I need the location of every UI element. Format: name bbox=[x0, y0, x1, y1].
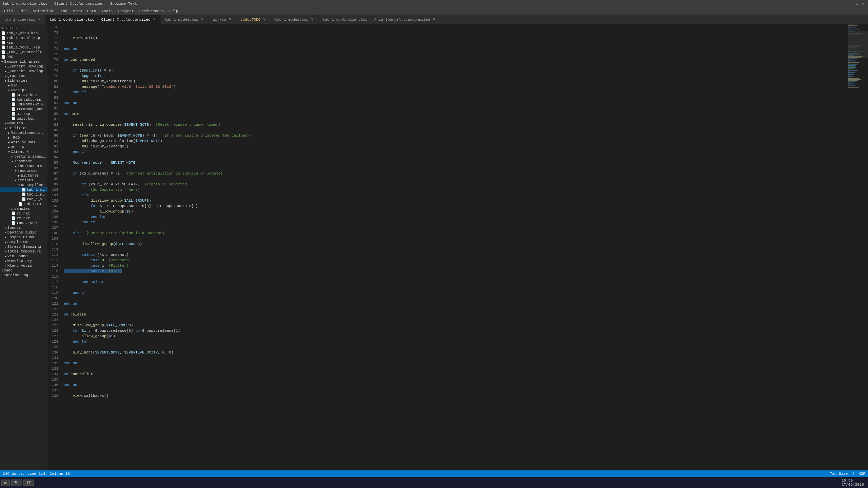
sidebar-item-testing[interactable]: testing_samples bbox=[0, 154, 47, 159]
menu-help[interactable]: Help bbox=[166, 8, 181, 14]
taskbar-search[interactable]: 🔍 bbox=[11, 480, 22, 486]
menu-file[interactable]: File bbox=[1, 8, 16, 14]
sidebar-item-tab1view[interactable]: 📄 tab_1_view.ksp bbox=[0, 31, 47, 36]
sidebar-item-captains[interactable]: Captains Log bbox=[0, 273, 47, 278]
sidebar-item-rcnkr[interactable]: 📄 rc.nkr bbox=[0, 216, 47, 221]
sidebar-item-wavefactory[interactable]: Wavefactory bbox=[0, 259, 47, 263]
tab-controller[interactable]: tab_1_controller.ksp — Client X...\uncom… bbox=[46, 15, 161, 24]
sidebar-item-drs[interactable]: 📄 DRS bbox=[0, 55, 47, 59]
tab-model[interactable]: tab_1_model.ksp × bbox=[161, 15, 209, 24]
sidebar-item-resources[interactable]: resources bbox=[0, 168, 47, 173]
sidebar-item-libraries[interactable]: libraries bbox=[0, 78, 47, 83]
tab-close-icon[interactable]: × bbox=[262, 17, 266, 22]
menu-selection[interactable]: Selection bbox=[30, 8, 56, 14]
taskbar-start[interactable]: ⊞ bbox=[1, 480, 10, 486]
folder-open-icon bbox=[8, 150, 10, 154]
tab-todo[interactable]: todo.TODO × bbox=[236, 15, 271, 24]
sidebar-item-jasper[interactable]: Jasper Blunk bbox=[0, 235, 47, 240]
tab-label: tab_1_view.ksp bbox=[4, 18, 35, 22]
sidebar-item-kscript[interactable]: Kscript bbox=[0, 88, 47, 93]
sidebar-item-tab1model[interactable]: 📄 tab_1_model.ksp bbox=[0, 36, 47, 40]
folder-icon bbox=[5, 245, 6, 249]
tab-model2[interactable]: tab_1_model.ksp × bbox=[271, 15, 319, 24]
sidebar-item-vin[interactable]: Vin Sound bbox=[0, 254, 47, 259]
menu-tools[interactable]: Tools bbox=[99, 8, 115, 14]
sidebar-item-strezo[interactable]: Strezo Sampling bbox=[0, 244, 47, 249]
menu-find[interactable]: Find bbox=[56, 8, 70, 14]
code-content[interactable]: view.init() end on on pgs_changed if ($p… bbox=[61, 24, 848, 470]
sidebar-item-modules[interactable]: Modules bbox=[0, 121, 47, 126]
sidebar-item-sound[interactable]: Sound bbox=[0, 268, 47, 273]
sidebar-item-samples[interactable]: samples bbox=[0, 206, 47, 211]
tab-ui[interactable]: ui.ksp × bbox=[209, 15, 236, 24]
tab-controller-aria[interactable]: tab_1_controller.ksp — Aria Sounds\...un… bbox=[319, 15, 440, 24]
maximize-button[interactable]: □ bbox=[854, 1, 859, 6]
tab-close-icon[interactable]: × bbox=[311, 17, 314, 22]
window-controls[interactable]: — □ ✕ bbox=[848, 1, 865, 6]
sidebar-item-tab1modelb[interactable]: 📄 tab_1_model.ksp bbox=[0, 45, 47, 50]
sidebar-item-unit[interactable]: 📄 unit.ksp bbox=[0, 116, 47, 121]
sidebar-item-rcnkc[interactable]: 📄 rc.nkc bbox=[0, 211, 47, 216]
folder-icon bbox=[15, 164, 17, 168]
sidebar-item-trombone[interactable]: Trombone bbox=[0, 159, 47, 164]
minimap-content bbox=[848, 24, 868, 470]
sidebar-item-kspmath[interactable]: 📄 KSPMath702.ksp bbox=[0, 102, 47, 107]
sidebar-item-kontakt1[interactable]: _Kontakt Development Framework v1.0 bbox=[0, 64, 47, 69]
taskbar-sublime[interactable]: ST bbox=[23, 480, 34, 486]
sidebar-item-misc[interactable]: Miscellaneous Scripts bbox=[0, 130, 47, 135]
sidebar-item-tab1ctrl-aria[interactable]: 📄 _tab_1_controller.ksp — Aria Sounds\..… bbox=[0, 50, 47, 55]
sidebar-item-trombone-ctrl[interactable]: 📄 trombone_control.ksp bbox=[0, 107, 47, 111]
tab-close-icon[interactable]: × bbox=[200, 17, 204, 22]
sidebar-item-ksp[interactable]: 📄 ksp bbox=[0, 40, 47, 45]
sidebar-item-aria[interactable]: Aria Sounds bbox=[0, 140, 47, 145]
sidebar-item-graphics[interactable]: graphics bbox=[0, 74, 47, 78]
sidebar-item-todo[interactable]: 📄 todo.TODO bbox=[0, 221, 47, 225]
menu-view[interactable]: View bbox=[70, 8, 84, 14]
close-button[interactable]: ✕ bbox=[861, 1, 865, 6]
status-left: 249 Words, Line 114, Column 19 bbox=[3, 472, 70, 476]
tab-close-icon[interactable]: × bbox=[432, 17, 436, 22]
sidebar-item-tab1model-sub[interactable]: 📄 tab_1_model.ksp bbox=[0, 192, 47, 197]
file-icon: 📄 bbox=[1, 50, 5, 54]
sidebar-item-tab1txt[interactable]: 📄 tab_1.txt bbox=[0, 202, 47, 206]
file-icon: 📄 bbox=[12, 221, 16, 225]
sidebar-item-kontakt-ksp[interactable]: 📄 kontakt.ksp bbox=[0, 97, 47, 102]
sidebar-item-old[interactable]: old bbox=[0, 83, 47, 88]
sidebar-item-xtant[interactable]: Xtant Audio bbox=[0, 263, 47, 268]
file-icon: 📄 bbox=[18, 202, 22, 206]
folder-open-icon bbox=[15, 179, 17, 182]
sidebar-item-kontakt2[interactable]: _Kontakt Development Framework v2.0 bbox=[0, 69, 47, 74]
menu-goto[interactable]: Goto bbox=[84, 8, 99, 14]
tab-close-icon[interactable]: × bbox=[37, 17, 41, 22]
file-icon: 📄 bbox=[12, 98, 16, 102]
sidebar-item-betad[interactable]: Beta D bbox=[0, 145, 47, 149]
sidebar-item-tab1view-sub[interactable]: 📄 tab_1_view.ksp bbox=[0, 197, 47, 202]
sidebar-item-instruments[interactable]: instruments bbox=[0, 164, 47, 168]
tab-view[interactable]: tab_1_view.ksp × bbox=[0, 15, 46, 24]
tab-close-icon[interactable]: × bbox=[153, 17, 156, 22]
sidebar-item-rnd[interactable]: _R&D bbox=[0, 135, 47, 140]
sidebar-item-sounds[interactable]: Sounds bbox=[0, 225, 47, 230]
menu-project[interactable]: Project bbox=[115, 8, 136, 14]
sidebar-item-uncompiled[interactable]: uncompiled bbox=[0, 183, 47, 187]
sidebar-item-tab1ctrl-active[interactable]: 📄 tab_1_controller.ksp bbox=[0, 187, 47, 192]
menu-edit[interactable]: Edit bbox=[16, 8, 30, 14]
code-editor[interactable]: 7071727374 7576777879 8081828384 8586878… bbox=[47, 24, 848, 470]
sidebar-item-ui-ksp[interactable]: 📄 ui.ksp bbox=[0, 111, 47, 116]
folder-icon bbox=[18, 174, 20, 178]
sidebar-item-daytone[interactable]: DayTone Audio bbox=[0, 230, 47, 235]
sidebar-item-scripts[interactable]: scripts bbox=[0, 178, 47, 183]
taskbar: ⊞ 🔍 ST 15:5927/02/2016 bbox=[0, 477, 868, 488]
folder-icon bbox=[8, 145, 10, 149]
sidebar-item-sampleism[interactable]: Sampleism bbox=[0, 240, 47, 244]
sidebar-item-array[interactable]: 📄 array.ksp bbox=[0, 93, 47, 97]
menu-preferences[interactable]: Preferences bbox=[137, 8, 167, 14]
sidebar-item-pictures[interactable]: pictures bbox=[0, 173, 47, 178]
sidebar-item-utilities[interactable]: utilities bbox=[0, 126, 47, 130]
sidebar-item-clientx[interactable]: Client X bbox=[0, 149, 47, 154]
minimize-button[interactable]: — bbox=[848, 1, 853, 6]
tab-label: todo.TODO bbox=[240, 18, 260, 22]
sidebar-item-sample-libraries[interactable]: Sample Libraries bbox=[0, 59, 47, 64]
sidebar-item-total[interactable]: Total Composure bbox=[0, 249, 47, 254]
tab-close-icon[interactable]: × bbox=[228, 17, 232, 22]
